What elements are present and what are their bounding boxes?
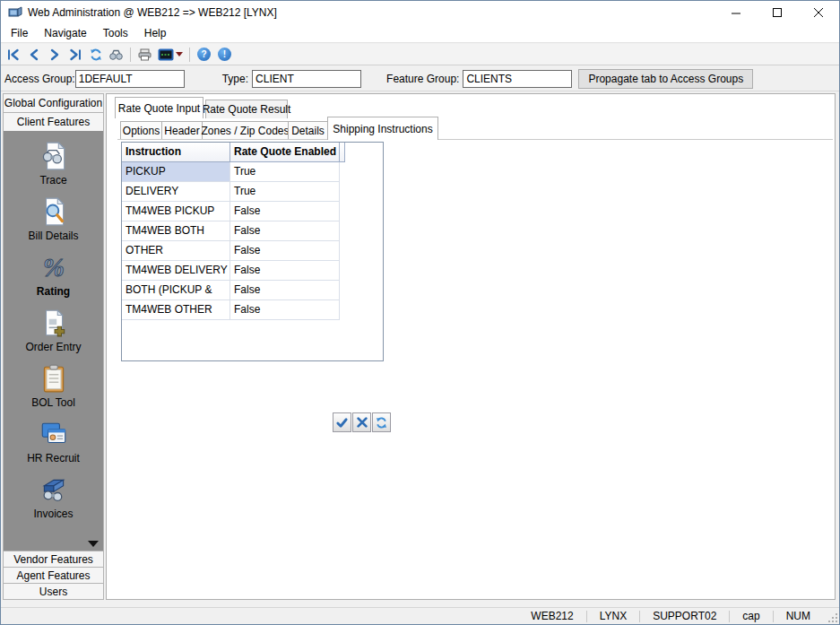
refresh-icon <box>89 48 103 62</box>
console-dropdown-button[interactable] <box>155 45 186 64</box>
sidebar-item-rating[interactable]: % Rating <box>4 252 103 308</box>
cell-rate-quote-enabled[interactable]: True <box>230 182 340 202</box>
invoices-icon <box>39 474 69 505</box>
sidebar-item-bol-tool[interactable]: BOL Tool <box>4 363 103 419</box>
table-row[interactable]: TM4WEB DELIVERY False <box>122 261 383 281</box>
last-record-icon <box>68 48 82 62</box>
menu-file[interactable]: File <box>3 25 36 41</box>
cell-instruction[interactable]: TM4WEB DELIVERY <box>122 261 230 281</box>
table-row[interactable]: PICKUP True <box>122 162 383 182</box>
type-label: Type: <box>222 73 248 85</box>
next-record-button[interactable] <box>44 45 65 64</box>
subtab-details[interactable]: Details <box>288 121 328 139</box>
cell-rate-quote-enabled[interactable]: False <box>230 281 340 300</box>
app-icon <box>8 5 22 20</box>
sidebar-button-vendor-features[interactable]: Vendor Features <box>3 551 104 568</box>
table-row[interactable]: BOTH (PICKUP & False <box>122 281 383 300</box>
refresh-grid-button[interactable] <box>372 412 391 432</box>
cell-rate-quote-enabled[interactable]: False <box>230 300 340 320</box>
subtab-shipping-instructions[interactable]: Shipping Instructions <box>327 117 438 140</box>
sidebar-button-client-features[interactable]: Client Features <box>3 112 104 132</box>
find-button[interactable] <box>106 45 126 64</box>
status-bar: WEB212 LYNX SUPPORT02 cap NUM <box>1 607 839 624</box>
sidebar-item-bill-details[interactable]: Bill Details <box>4 196 103 252</box>
access-group-input[interactable] <box>75 70 185 88</box>
cell-rate-quote-enabled[interactable]: True <box>230 162 340 182</box>
table-row[interactable]: TM4WEB PICKUP False <box>122 202 383 221</box>
about-button[interactable]: ! <box>214 45 235 64</box>
hr-recruit-icon <box>39 419 69 449</box>
close-button[interactable] <box>798 1 839 24</box>
sidebar-item-order-entry[interactable]: Order Entry <box>4 308 103 363</box>
feature-group-label: Feature Group: <box>386 73 459 85</box>
first-record-button[interactable] <box>3 45 23 64</box>
subtab-header[interactable]: Header <box>161 121 203 139</box>
sidebar-item-label: Invoices <box>33 508 73 520</box>
cell-instruction[interactable]: OTHER <box>122 241 230 261</box>
table-row[interactable]: DELIVERY True <box>122 182 383 202</box>
propagate-button[interactable]: Propagate tab to Access Groups <box>578 69 753 89</box>
status-user: SUPPORT02 <box>640 610 729 622</box>
cell-instruction[interactable]: DELIVERY <box>122 182 230 202</box>
cell-instruction[interactable]: TM4WEB PICKUP <box>122 202 230 221</box>
sidebar-item-hr-recruit[interactable]: HR Recruit <box>4 419 103 474</box>
column-header-instruction[interactable]: Instruction <box>122 143 230 162</box>
console-icon <box>158 48 174 61</box>
tab-rate-quote-input[interactable]: Rate Quote Input <box>115 97 204 118</box>
sidebar-item-label: Order Entry <box>25 341 81 353</box>
header-form: Access Group: Type: Feature Group: Propa… <box>1 66 839 91</box>
previous-record-button[interactable] <box>23 45 44 64</box>
table-row[interactable]: OTHER False <box>122 241 383 261</box>
sidebar-item-invoices[interactable]: Invoices <box>4 474 103 530</box>
last-record-button[interactable] <box>65 45 85 64</box>
maximize-button[interactable] <box>757 1 798 24</box>
scroll-down-icon[interactable] <box>88 541 99 547</box>
cell-instruction[interactable]: TM4WEB OTHER <box>122 300 230 320</box>
main-panel: Rate Quote Input Rate Quote Result Optio… <box>106 93 836 600</box>
help-icon: ? <box>197 48 211 61</box>
menu-navigate[interactable]: Navigate <box>36 25 94 41</box>
type-input[interactable] <box>252 70 361 88</box>
cell-instruction[interactable]: PICKUP <box>122 162 230 182</box>
cell-rate-quote-enabled[interactable]: False <box>230 261 340 281</box>
bol-tool-icon <box>39 363 69 394</box>
order-entry-icon <box>39 308 69 338</box>
cell-rate-quote-enabled[interactable]: False <box>230 202 340 221</box>
column-header-rate-quote-enabled[interactable]: Rate Quote Enabled <box>230 143 340 162</box>
apply-button[interactable] <box>333 412 351 432</box>
print-button[interactable] <box>134 45 155 64</box>
sidebar-button-global-configuration[interactable]: Global Configuration <box>3 93 104 113</box>
minimize-icon <box>732 8 741 18</box>
minimize-button[interactable] <box>715 1 757 24</box>
about-icon: ! <box>218 48 231 61</box>
next-record-icon <box>48 48 62 62</box>
menu-tools[interactable]: Tools <box>95 25 136 41</box>
refresh-button[interactable] <box>85 45 106 64</box>
help-button[interactable]: ? <box>194 45 214 64</box>
cell-instruction[interactable]: BOTH (PICKUP & <box>122 281 230 300</box>
sidebar-item-label: Trace <box>39 174 66 187</box>
toolbar-separator <box>189 48 190 62</box>
cell-rate-quote-enabled[interactable]: False <box>230 241 340 261</box>
subtab-zones-zip-codes[interactable]: Zones / Zip Codes <box>202 121 289 139</box>
toolbar: ? ! <box>1 44 839 65</box>
tab-rate-quote-result[interactable]: Rate Quote Result <box>205 100 288 118</box>
maximize-icon <box>773 8 783 18</box>
sidebar-button-agent-features[interactable]: Agent Features <box>3 567 104 584</box>
rating-icon: % <box>39 252 69 282</box>
sidebar-button-users[interactable]: Users <box>3 583 104 600</box>
cancel-button[interactable] <box>352 412 371 432</box>
table-row[interactable]: TM4WEB BOTH False <box>122 221 383 241</box>
cell-rate-quote-enabled[interactable]: False <box>230 221 340 241</box>
feature-group-input[interactable] <box>463 70 572 88</box>
table-row[interactable]: TM4WEB OTHER False <box>122 300 383 320</box>
sidebar-item-trace[interactable]: Trace <box>4 141 103 196</box>
resize-grip[interactable] <box>825 610 839 624</box>
sidebar-item-label: BOL Tool <box>31 396 75 409</box>
status-server: WEB212 <box>518 610 585 622</box>
sidebar-item-label: Rating <box>37 285 70 298</box>
x-icon <box>356 416 368 429</box>
subtab-options[interactable]: Options <box>120 121 162 139</box>
cell-instruction[interactable]: TM4WEB BOTH <box>122 221 230 241</box>
menu-help[interactable]: Help <box>136 25 175 41</box>
